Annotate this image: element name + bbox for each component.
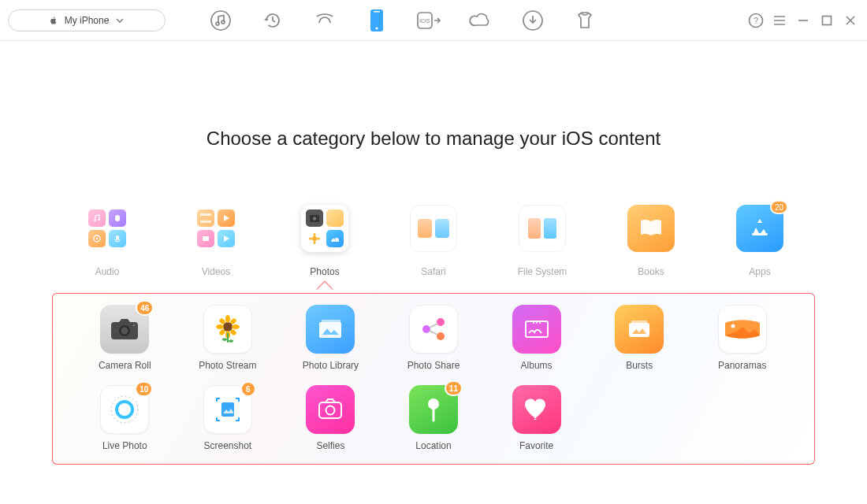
svg-point-21: [313, 217, 316, 220]
category-videos[interactable]: Videos: [184, 205, 247, 277]
svg-rect-11: [823, 16, 832, 24]
svg-text:iOS: iOS: [419, 17, 430, 24]
svg-point-15: [96, 238, 98, 239]
download-icon[interactable]: [520, 8, 545, 33]
svg-point-45: [422, 325, 430, 333]
category-row: Audio Videos Photos Safari: [0, 205, 867, 277]
svg-point-30: [121, 328, 128, 335]
page-title: Choose a category below to manage your i…: [0, 128, 867, 150]
item-label: Favorite: [486, 440, 586, 451]
svg-point-22: [312, 236, 317, 241]
device-selector[interactable]: My iPhone: [8, 9, 166, 32]
item-label: Photo Share: [384, 360, 484, 371]
cloud-icon[interactable]: [468, 8, 493, 33]
category-label: Books: [620, 266, 683, 277]
svg-point-33: [225, 315, 230, 323]
svg-rect-49: [629, 323, 649, 337]
svg-point-12: [94, 220, 96, 222]
item-screenshot[interactable]: 6 Screenshot: [178, 385, 278, 451]
item-label: Photo Library: [281, 360, 381, 371]
item-favorite[interactable]: Favorite: [486, 385, 586, 451]
svg-point-41: [222, 338, 227, 341]
category-label: Photos: [293, 266, 356, 277]
pin-icon: [420, 394, 447, 425]
svg-point-42: [229, 339, 233, 343]
panorama-icon: [723, 316, 762, 343]
apple-icon: [49, 16, 58, 25]
device-name: My iPhone: [65, 15, 110, 26]
svg-point-24: [314, 241, 316, 244]
category-safari[interactable]: Safari: [402, 205, 465, 277]
history-icon[interactable]: [260, 8, 285, 33]
category-books[interactable]: Books: [620, 205, 683, 277]
item-live-photo[interactable]: 10 Live Photo: [75, 385, 175, 451]
svg-point-36: [232, 324, 240, 329]
selfie-icon: [314, 395, 346, 424]
share-icon: [418, 313, 449, 345]
menu-icon[interactable]: [771, 13, 788, 28]
item-label: Location: [384, 440, 484, 451]
svg-point-4: [375, 27, 378, 29]
maximize-icon[interactable]: [818, 15, 835, 26]
category-filesystem[interactable]: File System: [511, 205, 574, 277]
svg-rect-43: [319, 322, 341, 338]
svg-point-0: [211, 11, 230, 30]
item-panoramas[interactable]: Panoramas: [692, 305, 792, 371]
category-label: Videos: [184, 266, 247, 277]
item-photo-library[interactable]: Photo Library: [281, 305, 381, 371]
close-icon[interactable]: [842, 14, 859, 27]
category-label: Safari: [402, 266, 465, 277]
svg-point-2: [221, 20, 225, 24]
svg-point-25: [309, 238, 312, 240]
toolbar: My iPhone iOS ?: [0, 0, 867, 41]
category-audio[interactable]: Audio: [76, 205, 139, 277]
svg-rect-50: [631, 321, 647, 324]
help-icon[interactable]: ?: [747, 13, 765, 28]
item-label: Photo Stream: [178, 360, 278, 371]
item-camera-roll[interactable]: 46 Camera Roll: [75, 305, 175, 371]
tshirt-icon[interactable]: [572, 8, 597, 33]
item-selfies[interactable]: Selfies: [281, 385, 381, 451]
badge: 10: [135, 381, 153, 397]
item-photo-stream[interactable]: Photo Stream: [178, 305, 278, 371]
item-location[interactable]: 11 Location: [384, 385, 484, 451]
svg-point-31: [133, 324, 136, 327]
music-icon[interactable]: [208, 8, 233, 33]
burst-icon: [623, 316, 655, 343]
category-apps[interactable]: 20 Apps: [728, 205, 791, 277]
item-albums[interactable]: Albums: [486, 305, 586, 371]
window-controls: ?: [747, 13, 859, 28]
svg-point-23: [314, 233, 316, 236]
backup-icon[interactable]: [312, 8, 337, 33]
phone-icon[interactable]: [364, 8, 389, 33]
screenshot-icon: [210, 392, 245, 427]
svg-rect-18: [200, 220, 211, 223]
svg-point-57: [428, 398, 439, 410]
svg-point-47: [437, 332, 445, 340]
badge: 11: [445, 380, 463, 396]
svg-point-26: [317, 238, 320, 240]
item-bursts[interactable]: Bursts: [590, 305, 690, 371]
apps-badge: 20: [770, 200, 788, 214]
library-icon: [315, 316, 345, 343]
to-ios-icon[interactable]: iOS: [416, 8, 441, 33]
svg-point-52: [117, 402, 132, 417]
svg-rect-19: [203, 236, 209, 241]
svg-point-1: [216, 22, 219, 25]
svg-point-46: [437, 318, 445, 326]
category-label: Apps: [728, 266, 791, 277]
svg-point-51: [731, 324, 735, 328]
badge: 6: [240, 381, 256, 397]
item-photo-share[interactable]: Photo Share: [384, 305, 484, 371]
toolbar-nav: iOS: [184, 8, 728, 33]
category-photos[interactable]: Photos: [293, 205, 356, 277]
item-label: Albums: [486, 360, 586, 371]
minimize-icon[interactable]: [794, 14, 812, 27]
item-label: Live Photo: [75, 440, 175, 451]
svg-rect-55: [319, 402, 341, 418]
svg-point-13: [98, 219, 100, 221]
svg-rect-5: [374, 11, 380, 12]
camera-icon: [109, 317, 140, 342]
svg-point-56: [326, 406, 335, 415]
svg-rect-44: [322, 320, 340, 323]
